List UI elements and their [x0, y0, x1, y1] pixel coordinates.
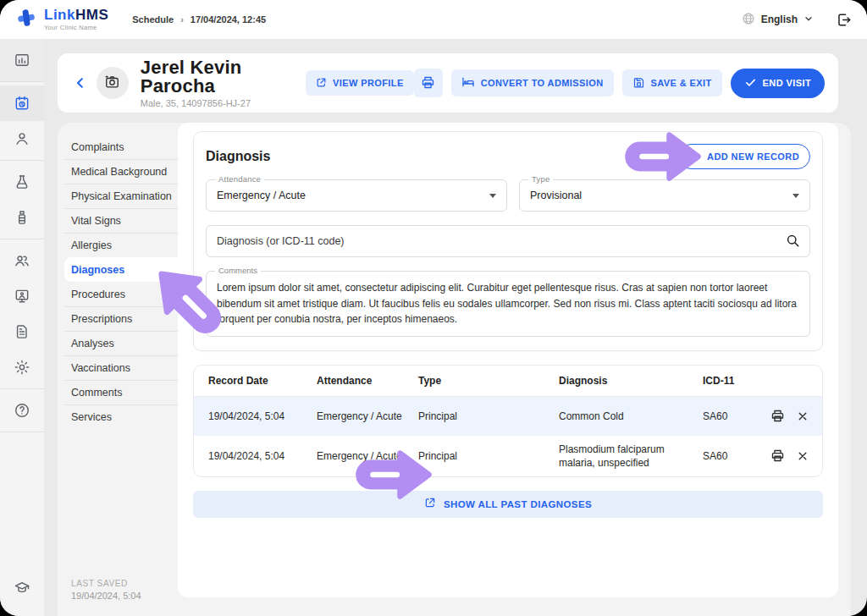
chevron-down-icon: [803, 14, 814, 26]
breadcrumb-separator-icon: ›: [180, 14, 184, 25]
search-icon: [785, 233, 800, 251]
sidebar-item-services[interactable]: Services: [64, 404, 178, 429]
rail-item-pharmacy[interactable]: [0, 200, 44, 235]
back-chevron-icon[interactable]: [71, 72, 90, 94]
section-menu: ComplaintsMedical BackgroundPhysical Exa…: [58, 123, 178, 616]
workspace: ComplaintsMedical BackgroundPhysical Exa…: [58, 123, 851, 616]
patient-name: Jerel Kevin Parocha: [141, 58, 292, 96]
sidebar-item-analyses[interactable]: Analyses: [64, 331, 178, 355]
comments-text: Lorem ipsum dolor sit amet, consectetur …: [217, 280, 799, 327]
type-cell: Principal: [404, 410, 544, 422]
caret-down-icon: [792, 194, 799, 198]
table-header-row: Record DateAttendanceTypeDiagnosisICD-11: [194, 366, 822, 397]
breadcrumb-schedule[interactable]: Schedule: [132, 14, 174, 25]
print-icon: [421, 75, 435, 91]
rail-item-dashboard[interactable]: [0, 42, 44, 78]
language-selector[interactable]: English: [742, 12, 814, 28]
attendance-select[interactable]: Attendance Emergency / Acute: [206, 179, 507, 212]
logo-link: Link: [44, 7, 75, 23]
pharmacy-icon: [14, 209, 30, 226]
sidebar-item-medical-background[interactable]: Medical Background: [64, 159, 178, 184]
add-new-record-button[interactable]: ADD NEW RECORD: [678, 144, 810, 169]
column-header: Attendance: [302, 375, 404, 387]
column-header: Diagnosis: [544, 375, 688, 387]
logo-hms: HMS: [75, 7, 108, 23]
rail-item-help[interactable]: [0, 393, 44, 428]
logout-icon[interactable]: [836, 12, 852, 28]
rail-item-schedule[interactable]: [0, 85, 44, 121]
sidebar-item-vaccinations[interactable]: Vaccinations: [64, 355, 178, 380]
sidebar-item-diagnoses[interactable]: Diagnoses: [64, 257, 178, 282]
diagnosis-panel: Diagnosis ADD NEW RECORD Attendance Emer…: [178, 123, 838, 597]
logo-tagline: Your Clinic Name: [44, 24, 108, 31]
rail-item-laboratory[interactable]: [0, 164, 44, 200]
print-visit-button[interactable]: [414, 69, 443, 97]
staff-icon: [14, 252, 30, 269]
comments-field[interactable]: Comments Lorem ipsum dolor sit amet, con…: [206, 271, 810, 337]
sidebar-item-vital-signs[interactable]: Vital Signs: [64, 208, 178, 233]
record-date-cell: 19/04/2024, 5:04: [194, 450, 302, 462]
type-cell: Principal: [404, 450, 544, 462]
diagnosis-form-card: Diagnosis ADD NEW RECORD Attendance Emer…: [193, 131, 823, 351]
type-select[interactable]: Type Provisional: [519, 179, 810, 212]
sidebar-item-prescriptions[interactable]: Prescriptions: [64, 306, 178, 331]
attendance-label: Attendance: [215, 174, 264, 184]
attendance-value: Emergency / Acute: [207, 190, 306, 201]
app-logo[interactable]: LinkHMS Your Clinic Name: [15, 7, 108, 32]
rail-group-bottom: [0, 567, 44, 616]
patient-avatar[interactable]: [97, 67, 129, 99]
sidebar-item-comments[interactable]: Comments: [64, 380, 178, 404]
sidebar-item-procedures[interactable]: Procedures: [64, 282, 178, 306]
rail-item-kiosk[interactable]: [0, 278, 44, 314]
sidebar-item-complaints[interactable]: Complaints: [64, 135, 178, 159]
delete-record-icon[interactable]: [797, 410, 809, 422]
dashboard-icon: [14, 52, 30, 69]
column-header: ICD-11: [688, 375, 766, 387]
rail-item-staff[interactable]: [0, 243, 44, 278]
rail-item-patients[interactable]: [0, 121, 44, 157]
end-visit-button[interactable]: END VISIT: [731, 69, 825, 98]
rail-group: [0, 239, 44, 389]
breadcrumb: Schedule › 17/04/2024, 12:45: [132, 14, 266, 25]
rail-item-education[interactable]: [0, 570, 44, 606]
attendance-cell: Emergency / Acute: [302, 410, 404, 422]
rail-item-settings[interactable]: [0, 349, 44, 385]
laboratory-icon: [14, 173, 30, 190]
logo-cross-icon: [15, 7, 37, 32]
print-record-icon[interactable]: [770, 409, 785, 423]
rail-group: [0, 39, 44, 82]
external-link-icon: [316, 77, 327, 90]
documents-icon: [14, 323, 30, 340]
view-profile-button[interactable]: VIEW PROFILE: [306, 70, 414, 96]
comments-label: Comments: [215, 266, 261, 275]
rail-group: [0, 389, 44, 432]
app-window: LinkHMS Your Clinic Name Schedule › 17/0…: [0, 0, 867, 616]
diagnosis-records-table: Record DateAttendanceTypeDiagnosisICD-11…: [193, 365, 823, 477]
globe-icon: [742, 12, 755, 28]
rail-group: [0, 161, 44, 239]
diagnosis-search-input[interactable]: [206, 225, 810, 257]
external-link-icon: [424, 497, 436, 512]
kiosk-icon: [14, 288, 30, 305]
settings-icon: [14, 359, 30, 376]
bed-icon: [461, 75, 475, 91]
sidebar-item-allergies[interactable]: Allergies: [64, 233, 178, 257]
save-icon: [632, 76, 645, 91]
rail-item-documents[interactable]: [0, 314, 44, 349]
show-all-past-diagnoses-button[interactable]: SHOW ALL PAST DIAGNOSES: [193, 491, 823, 518]
convert-to-admission-button[interactable]: CONVERT TO ADMISSION: [451, 69, 614, 96]
sidebar-item-physical-examination[interactable]: Physical Examination: [64, 184, 178, 208]
breadcrumb-current: 17/04/2024, 12:45: [191, 14, 266, 25]
caret-down-icon: [489, 194, 496, 198]
save-and-exit-button[interactable]: SAVE & EXIT: [622, 69, 722, 96]
print-record-icon[interactable]: [770, 448, 785, 463]
table-row: 19/04/2024, 5:04Emergency / AcutePrincip…: [194, 436, 822, 476]
delete-record-icon[interactable]: [797, 450, 809, 462]
record-date-cell: 19/04/2024, 5:04: [194, 410, 302, 422]
plus-icon: [689, 150, 701, 163]
schedule-icon: [14, 95, 30, 112]
column-header: Type: [404, 375, 544, 387]
icd11-cell: SA60: [688, 450, 766, 462]
patient-meta: Male, 35, 14097856-HJ-27: [141, 99, 292, 108]
attendance-cell: Emergency / Acute: [302, 450, 404, 462]
